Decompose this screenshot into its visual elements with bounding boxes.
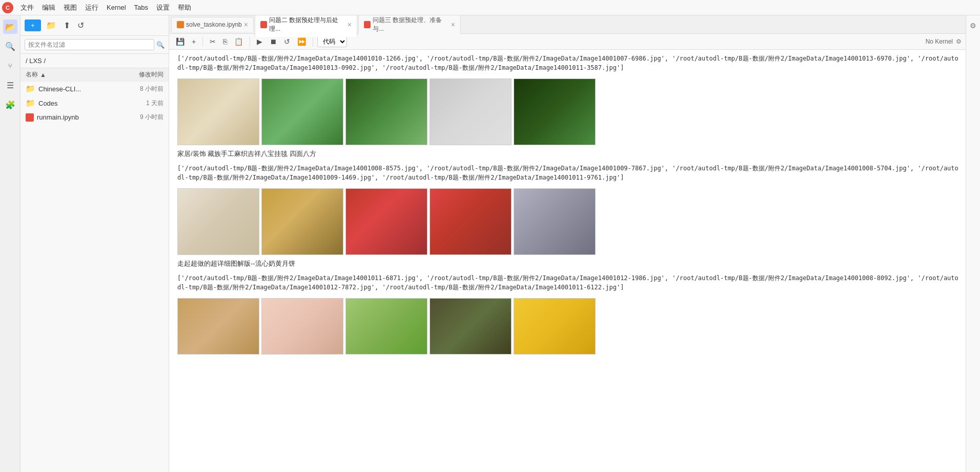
menu-help[interactable]: 帮助	[174, 1, 195, 14]
search-icon[interactable]: 🔍	[156, 41, 165, 49]
tab-bar: solve_taskone.ipynb × 问题二 数据预处理与后处理... ×…	[169, 15, 966, 34]
upload-button[interactable]: ⬆	[62, 18, 72, 32]
main-layout: + + 📁 ⬆ ↺ 🔍 / LXS / 名称 ▲ 修改时间	[0, 15, 980, 472]
right-icons: ⚙	[966, 15, 980, 472]
output-cell-paths-3: ['/root/autodl-tmp/B题-数据/附件2/ImageData/I…	[169, 269, 966, 296]
image-cell	[345, 188, 427, 255]
sidebar-icon-files[interactable]: 📂	[3, 19, 17, 34]
search-input[interactable]	[25, 39, 154, 50]
tab-icon-red-2	[364, 21, 371, 28]
image-cell	[261, 298, 343, 355]
tab-icon-orange	[177, 21, 184, 28]
image-cell	[177, 188, 259, 255]
tab-close-2[interactable]: ×	[348, 21, 352, 29]
image-cell	[177, 298, 259, 355]
menu-run[interactable]: 运行	[81, 1, 103, 14]
folder-icon: 📁	[26, 84, 35, 93]
image-cell	[430, 78, 512, 145]
copy-button[interactable]: ⎘	[220, 36, 230, 47]
save-button[interactable]: 💾	[173, 36, 187, 47]
paste-button[interactable]: 📋	[232, 36, 246, 47]
fast-forward-button[interactable]: ⏩	[295, 36, 309, 47]
breadcrumb: / LXS /	[21, 54, 169, 68]
file-list-header: 名称 ▲ 修改时间	[21, 68, 169, 82]
output-cell-paths-2: ['/root/autodl-tmp/B题-数据/附件2/ImageData/I…	[169, 160, 966, 186]
open-folder-button[interactable]: 📁	[44, 18, 58, 32]
menu-tabs[interactable]: Tabs	[130, 2, 152, 13]
image-cell	[177, 78, 259, 145]
list-item[interactable]: 📁 Codes 1 天前	[21, 96, 169, 110]
stop-button[interactable]: ⏹	[267, 36, 279, 47]
notebook-content[interactable]: ['/root/autodl-tmp/B题-数据/附件2/ImageData/I…	[169, 50, 966, 472]
sidebar-icon-extensions[interactable]: 🧩	[3, 97, 17, 112]
menu-kernel[interactable]: Kernel	[103, 2, 130, 13]
image-grid-2	[169, 186, 966, 257]
toolbar-separator-2	[250, 36, 250, 47]
image-cell	[261, 78, 343, 145]
new-button[interactable]: + +	[25, 19, 41, 31]
image-cell	[345, 298, 427, 355]
tab-problem2[interactable]: 问题二 数据预处理与后处理... ×	[255, 15, 357, 37]
menubar: C 文件 编辑 视图 运行 Kernel Tabs 设置 帮助	[0, 0, 980, 15]
add-cell-button[interactable]: +	[189, 36, 198, 47]
notebook-icon	[26, 113, 34, 122]
restart-button[interactable]: ↺	[281, 36, 293, 47]
sidebar-toolbar: + + 📁 ⬆ ↺	[21, 15, 169, 36]
run-button[interactable]: ▶	[254, 36, 265, 47]
tab-solve-taskone[interactable]: solve_taskone.ipynb ×	[171, 17, 254, 32]
sort-by-name[interactable]: 名称 ▲	[26, 70, 46, 79]
image-grid-3	[169, 296, 966, 357]
toolbar-separator	[202, 36, 203, 47]
kernel-info: No Kernel ⚙	[926, 38, 962, 45]
menu-edit[interactable]: 编辑	[38, 1, 59, 14]
sidebar-icon-git[interactable]: ⑂	[3, 58, 17, 73]
tab-icon-red	[260, 21, 267, 28]
image-cell	[514, 78, 596, 145]
section-label-1: 家居/装饰 藏族手工麻织吉祥八宝挂毯 四面八方	[169, 147, 966, 160]
list-item[interactable]: 📁 Chinese-CLI... 8 小时前	[21, 82, 169, 96]
tab-close-3[interactable]: ×	[451, 21, 455, 29]
menu-file[interactable]: 文件	[16, 1, 38, 14]
search-bar: 🔍	[21, 36, 169, 54]
menu-view[interactable]: 视图	[59, 1, 81, 14]
app-logo: C	[2, 2, 13, 13]
section-label-2: 走起超做的超详细图解版--流心奶黄月饼	[169, 257, 966, 269]
file-list: 📁 Chinese-CLI... 8 小时前 📁 Codes 1 天前 runm…	[21, 82, 169, 472]
tab-close-1[interactable]: ×	[244, 21, 248, 29]
toolbar-separator-3	[313, 36, 313, 47]
image-cell	[345, 78, 427, 145]
cell-type-select[interactable]: 代码	[317, 36, 347, 47]
kernel-settings-icon[interactable]: ⚙	[956, 38, 962, 45]
notebook-area: solve_taskone.ipynb × 问题二 数据预处理与后处理... ×…	[169, 15, 966, 472]
image-grid-1	[169, 76, 966, 147]
list-item[interactable]: runmain.ipynb 9 小时前	[21, 110, 169, 124]
folder-icon: 📁	[26, 99, 35, 108]
plus-icon: +	[31, 22, 35, 29]
right-icon-property[interactable]: ⚙	[968, 19, 978, 32]
sidebar-icons: 📂 🔍 ⑂ ☰ 🧩	[0, 15, 21, 472]
tab-problem3[interactable]: 问题三 数据预处理、准备与... ×	[358, 15, 461, 36]
cut-button[interactable]: ✂	[207, 36, 218, 47]
menu-settings[interactable]: 设置	[152, 1, 174, 14]
image-cell	[514, 298, 596, 355]
sidebar: + + 📁 ⬆ ↺ 🔍 / LXS / 名称 ▲ 修改时间	[21, 15, 169, 472]
sidebar-icon-search[interactable]: 🔍	[3, 39, 17, 53]
image-cell	[261, 188, 343, 255]
output-cell-paths-1: ['/root/autodl-tmp/B题-数据/附件2/ImageData/I…	[169, 50, 966, 76]
image-cell	[430, 298, 512, 355]
refresh-button[interactable]: ↺	[75, 18, 86, 32]
image-cell	[430, 188, 512, 255]
image-cell	[514, 188, 596, 255]
sidebar-icon-toc[interactable]: ☰	[3, 78, 17, 92]
